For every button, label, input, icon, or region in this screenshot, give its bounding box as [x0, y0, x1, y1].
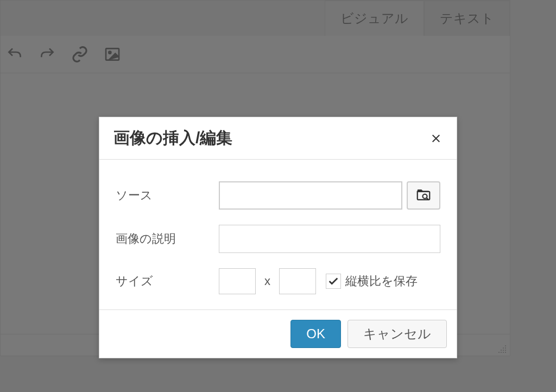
description-row: 画像の説明	[116, 225, 440, 253]
source-input[interactable]	[219, 181, 402, 210]
image-insert-dialog: 画像の挿入/編集 ソース	[99, 117, 457, 358]
dialog-body: ソース	[99, 160, 457, 309]
aspect-ratio-control: 縦横比を保存	[326, 273, 418, 289]
check-icon	[327, 275, 339, 287]
folder-search-icon	[415, 187, 432, 205]
size-label: サイズ	[116, 273, 219, 289]
dialog-footer: OK キャンセル	[99, 309, 457, 358]
aspect-ratio-label: 縦横比を保存	[345, 273, 418, 289]
modal-overlay: 画像の挿入/編集 ソース	[0, 0, 556, 392]
width-input[interactable]	[219, 268, 256, 294]
browse-button[interactable]	[407, 181, 440, 210]
size-separator: x	[264, 274, 270, 288]
size-row: サイズ x 縦横比を保存	[116, 268, 440, 294]
source-label: ソース	[116, 187, 219, 204]
aspect-ratio-checkbox[interactable]	[326, 274, 341, 289]
height-input[interactable]	[279, 268, 316, 294]
ok-button[interactable]: OK	[290, 320, 341, 348]
source-row: ソース	[116, 181, 440, 210]
description-input[interactable]	[219, 225, 440, 253]
cancel-button[interactable]: キャンセル	[348, 320, 447, 348]
dialog-title: 画像の挿入/編集	[113, 127, 232, 149]
svg-point-12	[423, 194, 427, 198]
description-label: 画像の説明	[116, 231, 219, 247]
close-icon[interactable]	[429, 132, 443, 145]
dialog-header: 画像の挿入/編集	[99, 117, 457, 160]
